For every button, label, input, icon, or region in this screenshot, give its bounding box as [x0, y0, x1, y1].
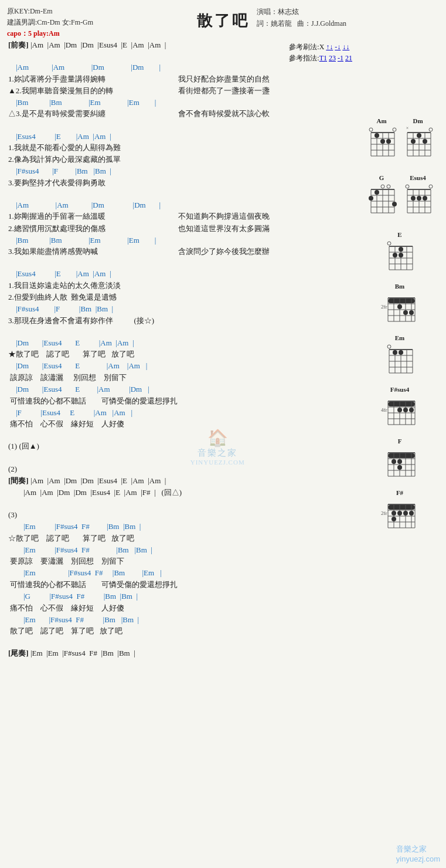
- lyrics-chorus-2: 該原諒 該瀟灑 別回想 別留下: [8, 372, 348, 384]
- svg-point-11: [380, 139, 385, 144]
- lyrics-3b: 會不會有時候愛就不該心軟: [178, 108, 348, 120]
- lyrics-row-3: △3.是不是有時候愛需要糾纏 會不會有時候愛就不該心軟: [8, 108, 348, 120]
- svg-point-116: [397, 408, 402, 412]
- lyrics-note-3: (3): [8, 509, 348, 521]
- chord-g: G: [366, 174, 397, 217]
- chord-fsharp: F# 2fr: [356, 489, 444, 535]
- svg-text:4fr: 4fr: [381, 407, 387, 413]
- chord-diagrams: Am: [356, 117, 444, 541]
- svg-rect-119: [388, 453, 415, 458]
- lyrics-3a: △3.是不是有時候愛需要糾纏: [8, 108, 178, 120]
- svg-point-133: [397, 465, 402, 470]
- chord-6e: |Em |F#sus4 F# |Bm |Bm |: [8, 614, 348, 626]
- chord-1b: |Bm |Bm |Em |Em |: [8, 97, 348, 108]
- composer: 曲：J.J.Goldman: [297, 19, 346, 28]
- chord-fsharp-grid: 2fr: [380, 497, 420, 533]
- lyrics-6: 3.要夠堅持才代表愛得夠勇敢: [8, 177, 348, 189]
- lyrics-4: 1.我就是不能看心愛的人顯得為難: [8, 142, 348, 154]
- outro-line: [尾奏] |Em |Em |F#sus4 F# |Bm |Bm |: [8, 647, 348, 659]
- singer: 演唱：林志炫: [257, 6, 346, 18]
- capo: capo：5 play:Am: [7, 28, 93, 39]
- lyrics-12: 3.那現在身邊會不會還有妳作伴 (接☆): [8, 315, 348, 327]
- svg-point-58: [406, 185, 409, 188]
- lyrics-c3-2: 要原諒 要瀟灑 別回想 別留下: [8, 555, 348, 567]
- svg-point-56: [417, 196, 421, 201]
- svg-point-73: [399, 253, 403, 257]
- lyrics-9b: 含淚問少了妳今後我怎麼辦: [178, 246, 348, 257]
- svg-point-89: [409, 310, 414, 315]
- svg-point-148: [397, 511, 402, 516]
- lyrics-5: 2.像為我計算內心最深處藏的孤單: [8, 154, 348, 165]
- svg-point-149: [403, 511, 408, 516]
- svg-point-71: [399, 247, 403, 252]
- svg-point-147: [391, 511, 396, 516]
- lyrics-2a: ▲2.我開車聽音樂漫無目的的轉: [8, 85, 178, 97]
- chord-dm-grid: ×: [403, 126, 433, 158]
- lyrics-9a: 3.我如果能盡情將感覺吶喊: [8, 246, 178, 257]
- chord-f: F: [356, 438, 444, 483]
- lyrics-11: 2.但愛到曲終人散 難免還是遺憾: [8, 291, 348, 303]
- lyrics-chorus-1: ★散了吧 認了吧 算了吧 放了吧: [8, 348, 348, 360]
- meta-left: 原KEY:Dm-Em 建議男調:Cm-Dm 女:Fm-Gm capo：5 pla…: [7, 6, 93, 40]
- lyrics-chorus-3: 可惜連我的心都不聽話 可憐受傷的愛還想掙扎: [8, 395, 348, 407]
- chord-2a: |Esus4 |E |Am |Am |: [8, 131, 348, 143]
- lyrics-1a: 1.妳試著將分手盡量講得婉轉: [8, 73, 178, 85]
- original-key: 原KEY:Dm-Em: [7, 6, 93, 17]
- chord-esus4: Esus4: [403, 174, 433, 217]
- svg-text:2fr: 2fr: [381, 510, 387, 516]
- svg-point-150: [409, 511, 414, 516]
- suggested-key: 建議男調:Cm-Dm 女:Fm-Gm: [7, 17, 93, 28]
- svg-point-101: [393, 350, 397, 355]
- chord-dm: Dm ×: [403, 117, 433, 160]
- chord-3b: |Bm |Bm |Em |Em |: [8, 235, 348, 246]
- svg-point-41: [374, 190, 379, 195]
- female-key: 女:Fm-Gm: [62, 18, 93, 26]
- svg-point-25: [417, 133, 421, 138]
- lyrics-c3-1: ☆散了吧 認了吧 算了吧 放了吧: [8, 533, 348, 544]
- svg-point-55: [411, 196, 416, 201]
- svg-rect-104: [388, 402, 415, 406]
- lyrics-2b: 看街燈都亮了一盞接著一盞: [178, 85, 348, 97]
- chord-em: Em: [356, 334, 444, 380]
- svg-rect-135: [388, 505, 415, 510]
- chord-6d: |G |F#sus4 F# |Bm |Bm |: [8, 591, 348, 602]
- chord-5c: |Dm |Esus4 E |Am |Dm |: [8, 384, 348, 395]
- svg-point-60: [387, 242, 391, 245]
- chord-fsharp-sus4: F#sus4 4fr: [356, 386, 444, 432]
- svg-point-88: [403, 310, 408, 315]
- svg-point-59: [429, 185, 433, 188]
- lyrics-note-2: (2): [8, 463, 348, 475]
- chord-6a: |Em |F#sus4 F# |Bm |Bm |: [8, 521, 348, 533]
- svg-point-131: [391, 459, 396, 464]
- svg-rect-75: [388, 299, 415, 303]
- lyrics-row-4: 1.妳剛握過的手留著一絲溫暖 不知道夠不夠撐過這個夜晚: [8, 211, 348, 222]
- lyrics-c3-3: 可惜連我的心都不聽話 可憐受傷的愛還想掙扎: [8, 579, 348, 591]
- svg-point-42: [392, 202, 397, 206]
- svg-point-87: [397, 304, 402, 309]
- lyrics-1b: 我只好配合妳盡量笑的自然: [178, 73, 348, 85]
- chord-bm: Bm 2fr: [356, 283, 444, 328]
- lyrics-7b: 不知道夠不夠撐過這個夜晚: [178, 211, 348, 222]
- svg-point-40: [369, 196, 373, 201]
- lyrics-row-5: 2.總習慣用沉默處理我的傷感 也知道這世界沒有太多圓滿: [8, 223, 348, 235]
- chord-6b: |Em |F#sus4 F# |Bm |Bm |: [8, 544, 348, 556]
- svg-point-117: [403, 408, 408, 412]
- lyrics-note-1: (1) (回▲): [8, 440, 348, 452]
- lyricist-composer: 詞：姚若龍 曲：J.J.Goldman: [257, 18, 346, 29]
- svg-point-27: [423, 139, 427, 144]
- lyrics-8a: 2.總習慣用沉默處理我的傷感: [8, 223, 178, 235]
- svg-point-151: [391, 517, 396, 521]
- lyrics-row-6: 3.我如果能盡情將感覺吶喊 含淚問少了妳今後我怎麼辦: [8, 246, 348, 257]
- svg-point-72: [393, 253, 397, 257]
- chord-fsharpus4-grid: 4fr: [380, 394, 420, 429]
- ref-finger: 參考指法:T1 23 -1 21: [289, 53, 352, 63]
- chord-am: Am: [366, 117, 397, 160]
- svg-point-44: [387, 185, 390, 188]
- chord-4a: |Esus4 |E |Am |Am |: [8, 268, 348, 280]
- chord-3a: |Am |Am |Dm |Dm |: [8, 199, 348, 211]
- footer-watermark: 音樂之家yinyuezj.com: [396, 844, 440, 863]
- chord-am-grid: [366, 126, 397, 158]
- main-content: [前奏] |Am |Am |Dm |Dm |Esus4 |E |Am |Am |…: [6, 39, 348, 659]
- chord-bm-grid: 2fr: [380, 291, 420, 326]
- male-key: 建議男調:Cm-Dm: [7, 18, 60, 26]
